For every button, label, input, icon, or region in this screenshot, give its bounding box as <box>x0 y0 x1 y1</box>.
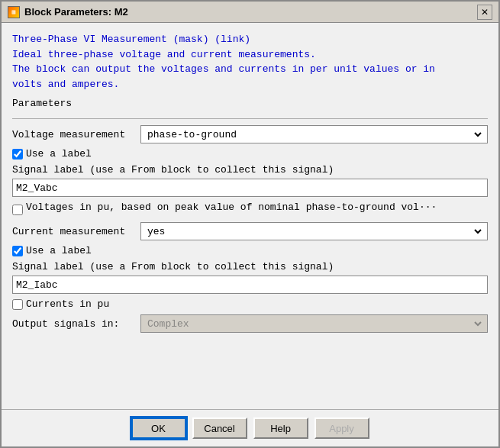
use-label-current-row: Use a label <box>12 245 488 256</box>
output-signals-dropdown: Complex <box>140 314 488 333</box>
current-measurement-dropdown[interactable]: yes no <box>140 222 488 240</box>
info-line3: The block can output the voltages and cu… <box>12 62 488 77</box>
signal-label-current-input[interactable] <box>12 276 488 294</box>
output-signals-row: Output signals in: Complex <box>12 314 488 333</box>
voltage-measurement-dropdown[interactable]: phase-to-ground phase-to-phase none <box>140 125 488 143</box>
use-label-voltage-checkbox[interactable] <box>12 149 23 160</box>
use-label-voltage-row: Use a label <box>12 148 488 160</box>
info-line2: Ideal three-phase voltage and current me… <box>12 47 488 63</box>
button-row: OK Cancel Help Apply <box>2 409 498 446</box>
window-title: Block Parameters: M2 <box>24 6 128 18</box>
output-signals-label: Output signals in: <box>12 318 134 330</box>
output-signals-select: Complex <box>144 315 484 332</box>
apply-button: Apply <box>315 417 369 439</box>
info-block: Three-Phase VI Measurement (mask) (link)… <box>12 32 488 92</box>
title-bar: ▦ Block Parameters: M2 ✕ <box>2 2 498 23</box>
signal-label-voltage-desc: Signal label (use a From block to collec… <box>12 164 488 176</box>
signal-label-voltage-input[interactable] <box>12 179 488 197</box>
currents-pu-row: Currents in pu <box>12 298 488 310</box>
voltages-pu-row: Voltages in pu, based on peak value of n… <box>12 201 488 218</box>
current-measurement-row: Current measurement yes no <box>12 222 488 240</box>
voltage-measurement-row: Voltage measurement phase-to-ground phas… <box>12 125 488 143</box>
signal-label-current-desc: Signal label (use a From block to collec… <box>12 261 488 272</box>
title-bar-left: ▦ Block Parameters: M2 <box>8 6 128 18</box>
block-parameters-window: ▦ Block Parameters: M2 ✕ Three-Phase VI … <box>0 0 500 448</box>
info-line1: Three-Phase VI Measurement (mask) (link) <box>12 32 488 47</box>
currents-pu-label: Currents in pu <box>26 298 109 310</box>
current-measurement-select[interactable]: yes no <box>144 223 484 240</box>
separator-1 <box>12 118 488 119</box>
use-label-current-checkbox[interactable] <box>12 246 23 256</box>
section-label: Parameters <box>12 98 488 109</box>
current-measurement-label: Current measurement <box>12 226 134 237</box>
voltage-measurement-label: Voltage measurement <box>12 129 134 140</box>
help-button[interactable]: Help <box>253 417 308 439</box>
use-label-voltage-label: Use a label <box>26 148 92 160</box>
voltage-measurement-select[interactable]: phase-to-ground phase-to-phase none <box>144 126 484 143</box>
ok-button[interactable]: OK <box>131 417 186 439</box>
content-area: Three-Phase VI Measurement (mask) (link)… <box>2 23 498 409</box>
window-icon: ▦ <box>8 6 20 18</box>
cancel-button[interactable]: Cancel <box>192 417 247 439</box>
currents-pu-checkbox[interactable] <box>12 299 23 310</box>
use-label-current-label: Use a label <box>26 245 92 256</box>
close-button[interactable]: ✕ <box>477 5 492 20</box>
info-line4: volts and amperes. <box>12 77 488 92</box>
voltages-pu-label: Voltages in pu, based on peak value of n… <box>26 201 437 213</box>
voltages-pu-checkbox[interactable] <box>12 205 23 215</box>
